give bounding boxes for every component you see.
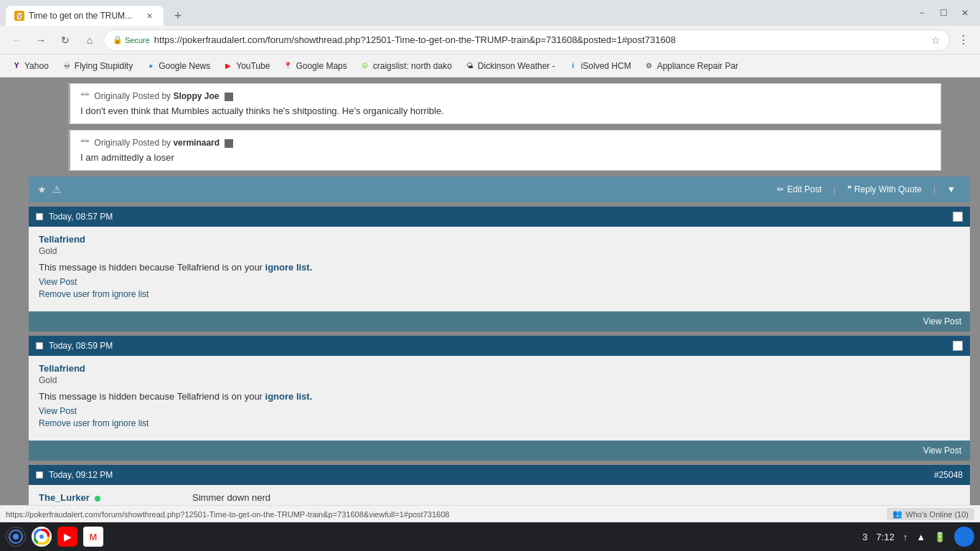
taskbar-youtube-icon[interactable]: ▶ [57,527,77,547]
bookmark-star-icon[interactable]: ☆ [931,34,941,46]
close-button[interactable]: ✕ [956,4,974,22]
bookmark-yahoo[interactable]: Y Yahoo [6,58,55,74]
title-bar: 🃏 Time to get on the TRUM... ✕ + − ☐ ✕ [0,0,980,26]
more-options-button[interactable]: ▼ [941,182,961,197]
bookmark-appliance[interactable]: ⚙ Appliance Repair Par [639,58,744,74]
quote-icon-2: ❝❝ [80,138,89,148]
post2-timestamp: Today, 08:59 PM [49,341,947,351]
bookmark-yahoo-label: Yahoo [24,61,49,71]
quote-header-1: ❝❝ Originally Posted by Sloppy Joe [80,91,930,101]
reply-icon: ❞ [847,184,852,194]
more-icon: ▼ [947,184,956,194]
taskbar-chromeos-icon[interactable] [6,527,26,547]
quote-author-1: Sloppy Joe [173,91,219,101]
warning-icon[interactable]: ⚠ [52,184,62,195]
bookmark-dickinson[interactable]: 🌤 Dickinson Weather - [459,58,561,74]
post3-header: Today, 09:12 PM #25048 [29,465,970,485]
post1-view-post-link[interactable]: View Post [39,277,960,287]
bookmark-google-maps[interactable]: 📍 Google Maps [277,58,352,74]
new-tab-button[interactable]: + [168,6,188,26]
post2-checkbox[interactable] [953,341,963,351]
taskbar-wifi-icon: ▲ [916,532,925,542]
bookmark-isolved-label: iSolved HCM [581,61,631,71]
chrome-window: 🃏 Time to get on the TRUM... ✕ + − ☐ ✕ ←… [0,0,980,551]
multipost-icon-1[interactable] [225,93,233,101]
taskbar-upload-icon: ↑ [903,532,908,542]
bookmark-dickinson-label: Dickinson Weather - [478,61,555,71]
active-tab[interactable]: 🃏 Time to get on the TRUM... ✕ [6,6,164,26]
edit-post-label: Edit Post [787,184,821,194]
taskbar-time: 7:12 [876,532,894,542]
post2-author: Tellafriend [39,363,960,374]
reply-label: Reply With Quote [854,184,922,194]
post2-new-icon [36,342,43,349]
appliance-icon: ⚙ [644,61,654,71]
lock-icon: 🔒 [113,35,123,44]
address-text[interactable]: https://pokerfraudalert.com/forum/showth… [154,34,927,45]
quote-header-2: ❝❝ Originally Posted by verminaard [80,138,930,148]
post1-rank: Gold [39,246,960,256]
quote-block-1: ❝❝ Originally Posted by Sloppy Joe I don… [68,83,941,124]
yahoo-icon: Y [11,61,22,71]
post1-remove-ignore-link[interactable]: Remove user from ignore list [39,289,960,299]
post1-ignore-link[interactable]: ignore list. [265,262,313,273]
minimize-button[interactable]: − [913,4,931,22]
quote-icon-1: ❝❝ [80,91,89,101]
post3-author: The_Lurker [39,492,90,503]
post3-body: The_Lurker Simmer down nerd [29,485,970,505]
post2-ignore-link[interactable]: ignore list. [265,391,313,402]
back-button[interactable]: ← [6,29,27,51]
bookmarks-bar: Y Yahoo 💀 Flying Stupidity ● Google News… [0,55,980,77]
tab-bar: 🃏 Time to get on the TRUM... ✕ + [6,0,907,26]
bookmark-craigslist[interactable]: ☮ craigslist: north dako [354,58,458,74]
bookmark-isolved[interactable]: i iSolved HCM [562,58,637,74]
bookmark-youtube[interactable]: ▶ YouTube [217,58,275,74]
post2-remove-ignore-link[interactable]: Remove user from ignore list [39,418,960,428]
taskbar-battery-icon: 🔋 [934,532,946,542]
star-icon[interactable]: ★ [37,184,47,195]
bookmark-youtube-label: YouTube [236,61,270,71]
taskbar-right: 3 7:12 ↑ ▲ 🔋 👤 [862,527,974,547]
post3-number: #25048 [934,470,963,480]
post1-author: Tellafriend [39,234,960,245]
taskbar-gmail-icon[interactable]: M [83,527,103,547]
edit-post-button[interactable]: ✏ Edit Post [771,182,827,197]
maximize-button[interactable]: ☐ [934,4,953,22]
bookmark-google-maps-label: Google Maps [296,61,347,71]
status-url: https://pokerfraudalert.com/forum/showth… [6,510,887,519]
post1-timestamp: Today, 08:57 PM [49,212,947,222]
bookmark-google-news-label: Google News [159,61,210,71]
quote-text-2: I am admittedly a loser [80,152,930,163]
post2-rank: Gold [39,375,960,385]
tab-close-button[interactable]: ✕ [143,10,155,22]
reload-button[interactable]: ↻ [55,29,76,51]
post-action-bar: ★ ⚠ ✏ Edit Post | ❞ Reply With Quote | ▼ [29,176,970,202]
taskbar-avatar[interactable]: 👤 [954,527,974,547]
taskbar-chrome-icon[interactable] [32,527,52,547]
multipost-icon-2[interactable] [225,139,233,148]
google-news-icon: ● [146,61,156,71]
bookmark-google-news[interactable]: ● Google News [140,58,216,74]
edit-icon: ✏ [777,184,784,194]
bookmark-flying-stupidity[interactable]: 💀 Flying Stupidity [56,58,138,74]
nav-bar: ← → ↻ ⌂ 🔒 Secure https://pokerfraudalert… [0,26,980,55]
post2-view-post-link[interactable]: View Post [39,406,960,416]
forward-button[interactable]: → [30,29,52,51]
chrome-menu-button[interactable]: ⋮ [953,29,974,51]
post2-footer-view-link[interactable]: View Post [923,446,961,456]
quote-author-2: verminaard [173,138,220,148]
home-button[interactable]: ⌂ [79,29,100,51]
post1-hidden-msg: This message is hidden because Tellafrie… [39,262,960,273]
address-bar[interactable]: 🔒 Secure https://pokerfraudalert.com/for… [103,29,950,51]
dickinson-icon: 🌤 [465,61,475,71]
taskbar-battery-count: 3 [862,532,867,542]
post2-hidden-msg: This message is hidden because Tellafrie… [39,391,960,402]
post1-header: Today, 08:57 PM [29,207,970,227]
post3-content: Simmer down nerd [192,492,960,503]
post1-checkbox[interactable] [953,212,963,222]
whos-online[interactable]: 👥 Who's Online (10) [887,508,974,520]
post2-body: Tellafriend Gold This message is hidden … [29,356,970,441]
flying-stupidity-icon: 💀 [62,61,72,71]
post1-footer-view-link[interactable]: View Post [923,316,961,326]
reply-with-quote-button[interactable]: ❞ Reply With Quote [842,182,928,197]
